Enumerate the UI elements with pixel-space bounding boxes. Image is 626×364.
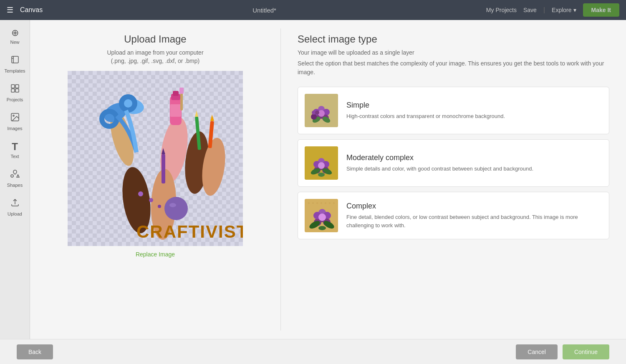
svg-rect-2 bbox=[11, 89, 15, 92]
shapes-icon bbox=[10, 169, 20, 181]
option-simple-thumb bbox=[305, 94, 338, 127]
sidebar-item-templates[interactable]: Templates bbox=[2, 50, 28, 78]
svg-point-61 bbox=[316, 202, 318, 204]
svg-point-30 bbox=[138, 191, 143, 196]
option-complex-name: Complex bbox=[346, 202, 602, 211]
option-simple-name: Simple bbox=[346, 101, 602, 110]
option-simple[interactable]: Simple High-contrast colors and transpar… bbox=[298, 87, 609, 134]
main-container: ⊕ New Templates Projects bbox=[0, 20, 626, 339]
chevron-down-icon: ▾ bbox=[573, 7, 576, 13]
explore-label: Explore bbox=[552, 7, 571, 13]
svg-rect-17 bbox=[179, 88, 184, 94]
save-link[interactable]: Save bbox=[523, 7, 537, 13]
option-complex-info: Complex Fine detail, blended colors, or … bbox=[346, 202, 602, 229]
sidebar-item-label-new: New bbox=[10, 40, 19, 45]
select-description: Select the option that best matches the … bbox=[298, 59, 609, 77]
sidebar-item-label-templates: Templates bbox=[4, 68, 25, 73]
svg-point-31 bbox=[149, 198, 153, 202]
upload-formats: (.png, .jpg, .gif, .svg, .dxf, or .bmp) bbox=[111, 58, 199, 64]
option-moderate[interactable]: Moderately complex Simple details and co… bbox=[298, 139, 609, 187]
svg-point-44 bbox=[311, 114, 317, 120]
svg-rect-0 bbox=[11, 85, 15, 88]
upload-title: Upload Image bbox=[124, 33, 186, 45]
svg-rect-14 bbox=[173, 91, 179, 96]
sidebar-item-projects[interactable]: Projects bbox=[2, 79, 28, 106]
svg-rect-26 bbox=[162, 154, 165, 183]
sidebar-item-images[interactable]: Images bbox=[2, 108, 28, 135]
option-simple-info: Simple High-contrast colors and transpar… bbox=[346, 101, 602, 120]
svg-rect-15 bbox=[170, 104, 181, 117]
svg-rect-3 bbox=[15, 89, 19, 92]
svg-point-62 bbox=[321, 202, 322, 204]
option-complex[interactable]: Complex Fine detail, blended colors, or … bbox=[298, 192, 609, 239]
replace-image-link[interactable]: Replace Image bbox=[136, 251, 175, 258]
image-preview: CRAFTIVIST bbox=[68, 71, 243, 246]
svg-point-28 bbox=[164, 197, 188, 220]
svg-point-54 bbox=[318, 162, 325, 169]
content-area: Upload Image Upload an image from your c… bbox=[30, 20, 626, 339]
svg-point-75 bbox=[318, 226, 326, 230]
svg-point-5 bbox=[13, 115, 14, 116]
option-moderate-name: Moderately complex bbox=[346, 153, 602, 162]
footer: Back Cancel Continue bbox=[0, 339, 626, 364]
continue-button[interactable]: Continue bbox=[563, 344, 609, 359]
sidebar-item-upload[interactable]: Upload bbox=[2, 193, 28, 221]
sidebar-item-label-projects: Projects bbox=[7, 97, 23, 102]
sidebar: ⊕ New Templates Projects bbox=[0, 20, 30, 339]
text-icon: T bbox=[12, 141, 18, 153]
sidebar-item-new[interactable]: ⊕ New bbox=[2, 23, 28, 49]
footer-right: Cancel Continue bbox=[516, 344, 609, 359]
sidebar-item-label-images: Images bbox=[7, 126, 22, 131]
upload-panel: Upload Image Upload an image from your c… bbox=[30, 20, 280, 339]
explore-menu[interactable]: Explore ▾ bbox=[552, 7, 576, 13]
svg-point-32 bbox=[158, 205, 161, 208]
plus-icon: ⊕ bbox=[11, 28, 19, 38]
svg-point-72 bbox=[318, 213, 326, 221]
svg-point-46 bbox=[315, 110, 319, 115]
svg-marker-23 bbox=[210, 115, 214, 121]
header: ☰ Canvas Untitled* My Projects Save | Ex… bbox=[0, 0, 626, 20]
footer-left: Back bbox=[17, 344, 53, 359]
option-complex-desc: Fine detail, blended colors, or low cont… bbox=[346, 213, 602, 229]
header-right: My Projects Save | Explore ▾ Make It bbox=[486, 3, 619, 17]
svg-point-64 bbox=[329, 202, 331, 204]
select-title: Select image type bbox=[298, 33, 609, 45]
upload-icon bbox=[10, 198, 20, 210]
svg-text:CRAFTIVIST: CRAFTIVIST bbox=[136, 222, 243, 241]
svg-marker-20 bbox=[195, 110, 198, 117]
svg-rect-1 bbox=[15, 85, 19, 88]
make-it-button[interactable]: Make It bbox=[583, 3, 619, 17]
sidebar-item-label-shapes: Shapes bbox=[7, 183, 23, 188]
app-logo: Canvas bbox=[20, 6, 43, 14]
my-projects-link[interactable]: My Projects bbox=[486, 7, 517, 13]
svg-point-65 bbox=[333, 202, 335, 204]
document-title: Untitled* bbox=[49, 7, 480, 14]
sidebar-item-label-text: Text bbox=[10, 154, 19, 159]
header-divider: | bbox=[543, 6, 545, 14]
svg-point-63 bbox=[325, 202, 326, 204]
svg-point-29 bbox=[169, 203, 176, 207]
cancel-button[interactable]: Cancel bbox=[516, 344, 558, 359]
menu-icon[interactable]: ☰ bbox=[7, 5, 13, 15]
option-moderate-info: Moderately complex Simple details and co… bbox=[346, 153, 602, 173]
sidebar-item-label-upload: Upload bbox=[8, 211, 22, 216]
sidebar-item-text[interactable]: T Text bbox=[2, 137, 28, 163]
option-moderate-thumb bbox=[305, 146, 338, 180]
option-moderate-desc: Simple details and color, with good cont… bbox=[346, 165, 602, 173]
templates-icon bbox=[10, 55, 20, 67]
select-subtitle: Your image will be uploaded as a single … bbox=[298, 49, 609, 56]
upload-subtitle: Upload an image from your computer bbox=[107, 49, 203, 56]
option-complex-thumb bbox=[305, 199, 338, 232]
svg-point-60 bbox=[312, 202, 314, 204]
option-simple-desc: High-contrast colors and transparent or … bbox=[346, 112, 602, 120]
images-icon bbox=[10, 112, 20, 125]
projects-icon bbox=[10, 83, 20, 96]
svg-point-57 bbox=[318, 173, 325, 177]
svg-point-59 bbox=[308, 202, 310, 204]
back-button[interactable]: Back bbox=[17, 344, 53, 359]
sidebar-item-shapes[interactable]: Shapes bbox=[2, 165, 28, 192]
select-panel: Select image type Your image will be upl… bbox=[281, 20, 626, 339]
